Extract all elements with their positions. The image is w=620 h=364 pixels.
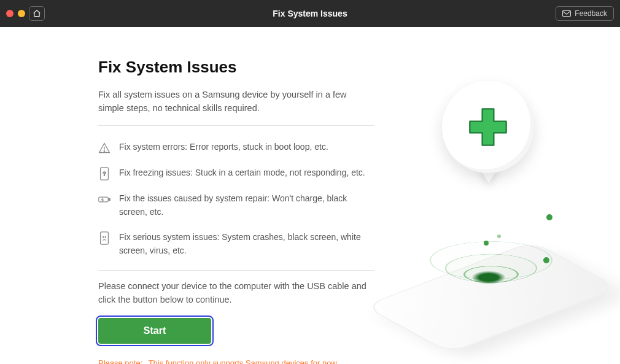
battery-charge-icon: [98, 193, 110, 206]
svg-text:?: ?: [103, 171, 106, 177]
feature-text: Fix freezing issues: Stuck in a certain …: [119, 166, 365, 180]
note-text: This function only supports Samsung devi…: [149, 358, 339, 364]
close-window-icon[interactable]: [6, 10, 14, 17]
page-title: Fix System Issues: [98, 58, 374, 77]
phone-question-icon: ?: [98, 168, 110, 180]
main-content: Fix System Issues Fix all system issues …: [0, 27, 620, 364]
titlebar: Fix System Issues Feedback: [0, 0, 620, 27]
feature-text: Fix the issues caused by system repair: …: [119, 192, 374, 219]
dot-icon: [546, 214, 552, 220]
left-column: Fix System Issues Fix all system issues …: [98, 58, 374, 346]
feature-item: Fix serious system issues: System crashe…: [98, 225, 374, 263]
device-illustration: [393, 70, 589, 334]
feature-item: Fix the issues caused by system repair: …: [98, 186, 374, 225]
feature-list: Fix system errors: Error reports, stuck …: [98, 134, 374, 264]
warning-triangle-icon: [98, 142, 110, 154]
feedback-label: Feedback: [575, 9, 607, 18]
dot-icon: [543, 257, 549, 263]
feature-text: Fix system errors: Error reports, stuck …: [119, 141, 328, 154]
plus-icon: [464, 103, 512, 151]
dot-icon: [497, 234, 501, 238]
feature-text: Fix serious system issues: System crashe…: [119, 231, 374, 257]
shadow-icon: [471, 271, 506, 284]
home-icon: [33, 9, 41, 18]
minimize-window-icon[interactable]: [18, 10, 25, 17]
phone-dead-icon: [98, 232, 110, 244]
svg-rect-5: [99, 197, 108, 202]
window-controls: [6, 10, 25, 17]
feedback-button[interactable]: Feedback: [556, 6, 614, 21]
svg-point-2: [104, 150, 104, 151]
home-button[interactable]: [29, 6, 45, 21]
note-line: Please note: This function only supports…: [98, 358, 374, 364]
illustration-panel: [387, 58, 595, 346]
svg-rect-6: [109, 198, 110, 200]
titlebar-title: Fix System Issues: [0, 9, 620, 18]
intro-text: Fix all system issues on a Samsung devic…: [98, 88, 374, 115]
pin-badge: [442, 81, 534, 173]
svg-rect-0: [563, 10, 571, 16]
feature-item: ? Fix freezing issues: Stuck in a certai…: [98, 160, 374, 186]
divider: [98, 125, 374, 126]
connect-instruction: Please connect your device to the comput…: [98, 279, 374, 307]
note-label: Please note:: [98, 358, 142, 364]
feature-item: Fix system errors: Error reports, stuck …: [98, 134, 374, 160]
divider: [98, 270, 374, 271]
mail-icon: [562, 10, 571, 17]
svg-rect-7: [101, 232, 109, 244]
dot-icon: [484, 241, 489, 246]
start-button[interactable]: Start: [98, 318, 211, 344]
